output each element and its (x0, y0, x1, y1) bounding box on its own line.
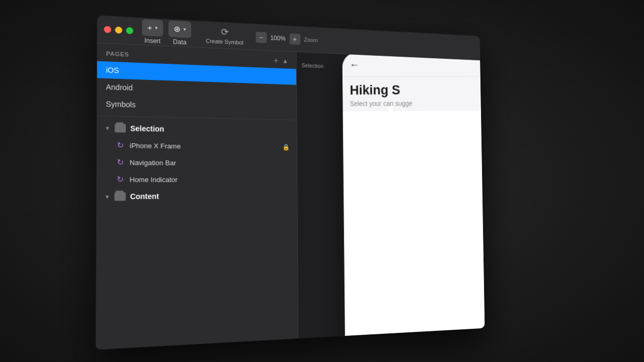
insert-button[interactable]: + ▾ (142, 19, 163, 36)
window-wrapper: + ▾ Insert ⊛ ▾ Data (96, 16, 485, 350)
add-page-button[interactable]: + (274, 56, 278, 65)
zoom-label: Zoom (304, 36, 317, 43)
sync-icon-iphone-frame: ↻ (117, 140, 124, 150)
preview-title-area: Hiking S Select your can sugge (343, 76, 485, 112)
pages-list: iOS Android Symbols (97, 61, 296, 117)
zoom-area: − 100% + Zoom (256, 31, 318, 45)
canvas-area[interactable]: Selection ← Hiking S Select your can sug… (296, 52, 485, 339)
data-chevron: ▾ (183, 26, 186, 32)
create-symbol-icon: ⟳ (221, 26, 228, 38)
lock-icon-iphone-frame: 🔒 (282, 144, 290, 151)
zoom-in-button[interactable]: + (289, 33, 300, 45)
layer-item-nav-bar[interactable]: ↻ Navigation Bar (97, 153, 297, 171)
preview-title: Hiking S (350, 82, 485, 98)
collapse-pages-button[interactable]: ▲ (282, 57, 288, 64)
main-content: PAGES + ▲ iOS Android Symbols (96, 43, 485, 350)
preview-back-icon: ← (350, 58, 360, 71)
layer-label-iphone-frame: iPhone X Frame (130, 141, 181, 150)
insert-chevron: ▾ (155, 25, 157, 31)
sketch-preview: ← Hiking S Select your can sugge (342, 53, 485, 338)
sync-icon-nav-bar: ↻ (117, 157, 124, 167)
data-button[interactable]: ⊛ ▾ (169, 20, 191, 38)
pages-actions: + ▲ (274, 56, 288, 65)
minimize-button[interactable] (115, 27, 122, 34)
layer-label-home-indicator: Home Indicator (130, 175, 178, 184)
selection-children: ↻ iPhone X Frame 🔒 ↻ Navigation Bar ↻ Ho… (97, 136, 297, 188)
zoom-out-button[interactable]: − (256, 31, 267, 43)
content-folder-icon (114, 192, 125, 201)
layer-item-iphone-frame[interactable]: ↻ iPhone X Frame 🔒 (97, 136, 297, 155)
insert-label: Insert (144, 37, 160, 45)
insert-group: + ▾ Insert (142, 19, 163, 45)
app-window: + ▾ Insert ⊛ ▾ Data (96, 16, 485, 350)
traffic-lights (104, 26, 133, 35)
zoom-value: 100% (269, 34, 288, 42)
layer-item-home-indicator[interactable]: ↻ Home Indicator (97, 171, 297, 188)
canvas-selection-label: Selection (301, 62, 324, 69)
selection-triangle-icon: ▼ (105, 125, 110, 131)
scene: + ▾ Insert ⊛ ▾ Data (0, 0, 644, 362)
sidebar: PAGES + ▲ iOS Android Symbols (96, 43, 298, 350)
selection-folder-icon (115, 124, 126, 132)
create-symbol-group: ⟳ Create Symbol (202, 23, 248, 48)
layer-label-nav-bar: Navigation Bar (130, 158, 176, 166)
layers-area: ▼ Selection ↻ iPhone X Frame 🔒 (96, 119, 298, 349)
content-triangle-icon: ▼ (104, 194, 110, 200)
insert-icon: + (147, 23, 152, 32)
data-icon: ⊛ (174, 24, 181, 34)
create-symbol-button[interactable]: ⟳ Create Symbol (202, 23, 248, 48)
data-label: Data (173, 38, 187, 46)
content-group-label: Content (130, 192, 159, 201)
close-button[interactable] (104, 26, 111, 33)
create-symbol-label: Create Symbol (206, 38, 244, 46)
layer-group-content-header[interactable]: ▼ Content (97, 188, 297, 205)
pages-label: PAGES (106, 50, 129, 58)
maximize-button[interactable] (126, 27, 133, 34)
sync-icon-home-indicator: ↻ (117, 174, 124, 184)
layer-group-selection-header[interactable]: ▼ Selection (97, 119, 296, 139)
selection-group-label: Selection (130, 124, 165, 133)
data-group: ⊛ ▾ Data (169, 20, 191, 46)
preview-subtitle: Select your can sugge (350, 99, 485, 107)
